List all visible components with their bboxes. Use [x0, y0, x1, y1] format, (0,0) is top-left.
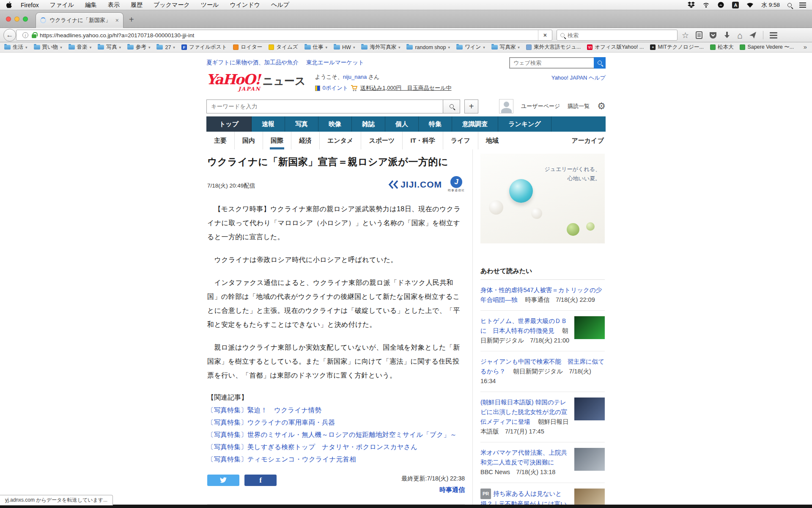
bookmark-item[interactable]: ワイン ▾: [456, 44, 485, 51]
bookmark-item[interactable]: 仕事 ▾: [304, 44, 328, 51]
subnav-item[interactable]: 地域: [478, 132, 506, 149]
share-icon[interactable]: [749, 31, 757, 39]
input-method-icon[interactable]: A: [732, 2, 739, 8]
menu-item[interactable]: Firefox: [21, 2, 39, 8]
bookmark-item[interactable]: タイムズ: [269, 44, 298, 51]
nav-tab[interactable]: ランキング: [498, 116, 551, 132]
bookmark-item[interactable]: 海外写真家 ▾: [361, 44, 400, 51]
notification-center-icon[interactable]: [799, 3, 806, 8]
adobe-cc-icon[interactable]: [717, 2, 724, 8]
url-text[interactable]: https://headlines.yahoo.co.jp/hl?a=20170…: [40, 32, 194, 39]
web-search-button[interactable]: [594, 57, 606, 69]
wifi-icon[interactable]: [746, 2, 754, 8]
bookmark-item[interactable]: 写真家 ▾: [491, 44, 520, 51]
home-icon[interactable]: ⌂: [737, 31, 743, 40]
bookmark-item[interactable]: 参考 ▾: [127, 44, 151, 51]
nav-tab[interactable]: トップ: [206, 116, 252, 132]
minimize-window-button[interactable]: [14, 17, 19, 22]
menu-hamburger-icon[interactable]: [770, 32, 777, 39]
facebook-share-button[interactable]: f: [244, 475, 277, 486]
bookmark-item[interactable]: Y! オフィス版Yahoo! ...: [587, 44, 644, 51]
browser-search-bar[interactable]: [557, 30, 678, 41]
subnav-item[interactable]: 国内: [234, 132, 263, 149]
stop-button[interactable]: ×: [538, 30, 552, 40]
wireless-device-icon[interactable]: [702, 2, 710, 8]
bookmarks-overflow-chevron[interactable]: »: [804, 43, 807, 50]
bookmark-item[interactable]: 27 ▾: [156, 44, 175, 50]
bookmarks-sidebar-icon[interactable]: [695, 31, 703, 39]
subnav-item[interactable]: 経済: [291, 132, 319, 149]
subnav-item[interactable]: スポーツ: [361, 132, 402, 149]
sidebar-article-item[interactable]: ジャイアンも中国で検索不能 習主席に似てるから？ 朝日新聞デジタル 7/18(火…: [480, 351, 605, 392]
page-info-icon[interactable]: i: [22, 32, 28, 38]
sidebar-article-link[interactable]: ヒトゲノム、世界最大級のＤＢに 日本人特有の特徴発見: [480, 318, 567, 334]
user-page-link[interactable]: ユーザーページ: [521, 102, 560, 110]
bookmark-item[interactable]: 松本大: [710, 44, 734, 51]
sidebar-article-item[interactable]: ヒトゲノム、世界最大級のＤＢに 日本人特有の特徴発見 朝日新聞デジタル 7/18…: [480, 311, 605, 351]
menu-item[interactable]: ウインドウ: [230, 1, 260, 9]
yahoo-news-logo[interactable]: YaHoO! JAPAN ニュース: [206, 73, 306, 88]
pocket-icon[interactable]: [709, 31, 717, 39]
shipping-promo-link[interactable]: 送料込み1,000円 目玉商品セール中: [360, 84, 451, 92]
menu-item[interactable]: 編集: [85, 1, 97, 9]
subnav-item[interactable]: ライフ: [443, 132, 478, 149]
nav-tab[interactable]: 雑誌: [352, 116, 385, 132]
subnav-item[interactable]: 国際: [263, 132, 291, 149]
dropbox-icon[interactable]: [688, 2, 695, 8]
promo-link-2[interactable]: 東北エールマーケット: [306, 59, 364, 66]
related-link[interactable]: 〔写真特集〕美しすぎる検察トップ ナタリヤ・ポクロンスカヤさん: [207, 441, 465, 453]
bookmark-item[interactable]: + MITテクノロジー...: [650, 44, 703, 51]
nav-tab[interactable]: 特集: [419, 116, 452, 132]
promo-link-1[interactable]: 夏ギフトに果物や酒、加工品や魚介: [206, 59, 299, 66]
related-link[interactable]: 〔写真特集〕緊迫！ ウクライナ情勢: [207, 404, 465, 416]
back-button[interactable]: ←: [3, 29, 16, 41]
menu-clock[interactable]: 水 9:58: [761, 1, 780, 9]
bookmark-item[interactable]: 東外大言語モジュ...: [526, 44, 581, 51]
nav-tab[interactable]: 意識調査: [452, 116, 498, 132]
secure-lock-icon[interactable]: [32, 34, 36, 38]
sidebar-article-item[interactable]: 米オバマケア代替法案、上院共和党二人造反で可決困難に BBC News 7/18…: [480, 442, 605, 483]
web-search-input[interactable]: [509, 57, 594, 69]
sidebar-article-item[interactable]: 身体・性的虐待547人被害＝カトリックの少年合唱団―独 時事通信 7/18(火)…: [480, 280, 605, 311]
bookmark-item[interactable]: F ファイルポスト: [181, 44, 227, 51]
menu-item[interactable]: ファイル: [50, 1, 74, 9]
jiji-press-badge[interactable]: J 時事通信社: [448, 176, 465, 193]
sidebar-article-item[interactable]: (朝鮮日報日本語版) 韓国のテレビに出演した脱北女性が北の宣伝メディアに登場 朝…: [480, 392, 605, 442]
add-keyword-button[interactable]: +: [464, 99, 478, 113]
nav-tab[interactable]: 速報: [252, 116, 285, 132]
bookmark-item[interactable]: Sapere Vedere 〜...: [740, 44, 794, 51]
nav-tab[interactable]: 映像: [318, 116, 352, 132]
spotlight-icon[interactable]: [787, 3, 792, 7]
settings-gear-icon[interactable]: ⚙: [597, 101, 606, 112]
menu-item[interactable]: ツール: [201, 1, 219, 9]
menu-item[interactable]: 履歴: [131, 1, 143, 9]
twitter-share-button[interactable]: [207, 475, 239, 486]
yahoo-help-link[interactable]: Yahoo! JAPAN ヘルプ: [551, 73, 606, 82]
subnav-item[interactable]: IT・科学: [402, 132, 442, 149]
zoom-window-button[interactable]: [23, 17, 28, 22]
bookmark-item[interactable]: ロイター: [233, 44, 262, 51]
url-bar[interactable]: i https://headlines.yahoo.co.jp/hl?a=201…: [16, 30, 552, 41]
bookmark-item[interactable]: random shop ▾: [406, 44, 450, 50]
tab-close-icon[interactable]: ×: [115, 17, 119, 24]
apple-menu-icon[interactable]: [6, 1, 12, 8]
browser-search-input[interactable]: [568, 32, 661, 39]
new-tab-button[interactable]: +: [129, 15, 134, 24]
points-link[interactable]: 0ポイント: [323, 84, 348, 92]
bookmark-item[interactable]: 買い物 ▾: [34, 44, 62, 51]
bookmark-item[interactable]: 写真 ▾: [98, 44, 121, 51]
jiji-logo[interactable]: JIJI.COM: [388, 179, 442, 190]
menu-item[interactable]: ヘルプ: [271, 1, 289, 9]
nav-tab[interactable]: 写真: [285, 116, 318, 132]
related-link[interactable]: 〔写真特集〕ティモシェンコ・ウクライナ元首相: [207, 453, 465, 465]
keyword-search-input[interactable]: [206, 99, 443, 113]
nav-tab[interactable]: 個人: [385, 116, 419, 132]
subnav-item[interactable]: 主要: [206, 132, 234, 149]
archive-link[interactable]: アーカイブ: [572, 137, 606, 145]
browser-tab[interactable]: ウクライナに「新国家」宣言= ×: [36, 12, 123, 28]
keyword-search-button[interactable]: [443, 99, 460, 113]
menu-item[interactable]: ブックマーク: [154, 1, 190, 9]
bookmark-item[interactable]: 音楽 ▾: [69, 44, 92, 51]
bookmark-star-icon[interactable]: ☆: [682, 31, 689, 39]
bookmark-item[interactable]: 生活 ▾: [4, 44, 27, 51]
